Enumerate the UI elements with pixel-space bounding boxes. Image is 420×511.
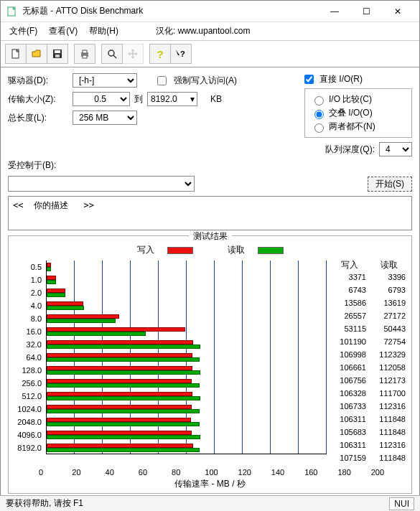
chart-y-labels: 0.51.02.04.08.016.032.064.0128.0256.0512… [11, 261, 43, 454]
totallen-label: 总长度(L): [8, 112, 68, 124]
new-button[interactable] [5, 44, 27, 64]
menu-help[interactable]: 帮助(H) [89, 25, 118, 37]
window-title: 无标题 - ATTO Disk Benchmark [22, 5, 319, 17]
maximize-button[interactable]: ☐ [350, 1, 382, 22]
print-button[interactable] [74, 44, 95, 64]
bar-read [47, 280, 56, 284]
bar-read [47, 448, 200, 452]
svg-text:?: ? [180, 50, 185, 58]
svg-rect-3 [55, 50, 60, 53]
kb-label: KB [210, 94, 222, 104]
bar-read [47, 306, 84, 310]
queuedepth-label: 队列深度(Q): [325, 144, 375, 156]
status-right: NUI [389, 497, 414, 510]
app-icon [6, 6, 18, 17]
drive-select[interactable]: [-h-] [73, 73, 137, 88]
open-button[interactable] [26, 44, 47, 64]
valtable-write-hdr: 写入 [330, 259, 369, 271]
iocompare-label: I/O 比较(C) [329, 93, 372, 106]
bar-read [47, 409, 200, 413]
localization-credit: 汉化: www.upantool.com [156, 25, 250, 37]
description-textarea[interactable] [8, 196, 412, 230]
svg-rect-7 [83, 55, 87, 58]
xfer-from-select[interactable]: 0.5 [73, 92, 130, 106]
svg-rect-4 [55, 55, 60, 57]
directio-label: 直接 I/O(R) [319, 73, 363, 85]
bar-read [47, 435, 200, 439]
totallen-select[interactable]: 256 MB [73, 111, 137, 125]
drive-label: 驱动器(D): [8, 75, 68, 87]
svg-rect-6 [83, 50, 87, 53]
controlled-label: 受控制于(B): [8, 159, 56, 172]
neither-label: 两者都不(N) [329, 121, 375, 133]
neither-radio[interactable] [314, 123, 324, 133]
about-button[interactable]: ? [149, 44, 171, 64]
svg-line-9 [113, 55, 116, 58]
force-write-label: 强制写入访问(A) [174, 75, 237, 87]
minimize-button[interactable]: ― [319, 1, 350, 22]
legend-read-swatch [258, 247, 284, 254]
legend-write-label: 写入 [137, 244, 154, 256]
bar-read [47, 332, 146, 336]
start-button[interactable]: 开始(S) [368, 177, 412, 192]
bar-read [47, 370, 200, 375]
move-button[interactable] [122, 44, 144, 64]
menu-view[interactable]: 查看(V) [49, 25, 78, 37]
to-label: 到 [134, 93, 143, 106]
legend-write-swatch [167, 247, 193, 254]
iocompare-radio[interactable] [314, 96, 324, 106]
queuedepth-select[interactable]: 4 [379, 142, 412, 156]
close-button[interactable]: ✕ [382, 1, 414, 22]
bar-read [47, 267, 51, 271]
overlap-label: 交叠 I/O(O) [329, 107, 373, 119]
force-write-checkbox[interactable] [157, 76, 167, 85]
bar-read [47, 344, 200, 349]
io-mode-group: I/O 比较(C) 交叠 I/O(O) 两者都不(N) [304, 88, 412, 138]
save-button[interactable] [47, 44, 68, 64]
results-group: 测试结果 写入 读取 0.51.02.04.08.016.032.064.012… [8, 235, 412, 494]
bar-read [47, 293, 65, 297]
bar-read [47, 422, 200, 426]
directio-checkbox[interactable] [304, 75, 314, 84]
legend-read-label: 读取 [228, 244, 245, 256]
context-help-button[interactable]: ? [170, 44, 192, 64]
zoom-button[interactable] [101, 44, 123, 64]
chart-x-label: 传输速率 - MB / 秒 [11, 478, 409, 490]
overlap-radio[interactable] [314, 110, 324, 119]
results-title: 测试结果 [189, 230, 232, 243]
bar-read [47, 319, 116, 323]
svg-point-8 [108, 50, 114, 56]
value-table: 写入 读取 3371339667436793135861361926557271… [330, 259, 409, 467]
xfer-to-input[interactable] [147, 92, 197, 106]
xfersize-label: 传输大小(Z): [8, 93, 68, 106]
valtable-read-hdr: 读取 [369, 259, 409, 271]
bar-read [47, 396, 200, 400]
menu-file[interactable]: 文件(F) [9, 25, 37, 37]
status-text: 要获得帮助, 请按 F1 [6, 497, 83, 510]
controlled-select[interactable] [8, 176, 195, 192]
bar-read [47, 357, 200, 362]
bar-read [47, 383, 200, 388]
chart-canvas [46, 261, 327, 454]
chart-x-axis: 020406080100120140160180200 [11, 468, 409, 477]
